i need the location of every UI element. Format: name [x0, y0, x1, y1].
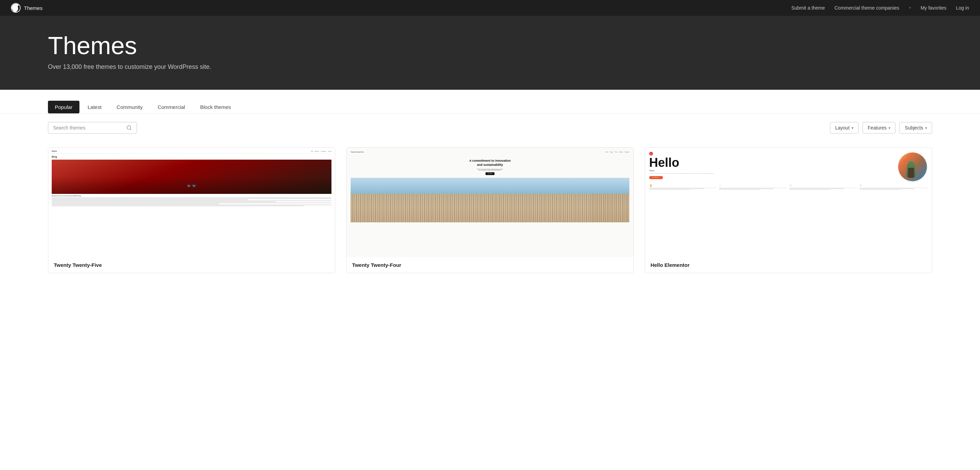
- theme-name-hello: Hello Elementor: [645, 257, 932, 273]
- theme-preview-hello: e Hello Theme I am text block. Click edi…: [645, 148, 932, 257]
- tab-block-themes[interactable]: Block themes: [193, 101, 238, 113]
- tab-popular[interactable]: Popular: [48, 101, 80, 113]
- filter-tabs-group: Popular Latest Community Commercial Bloc…: [48, 101, 932, 113]
- search-filter-row: Layout ▾ Features ▾ Subjects ▾: [0, 114, 980, 142]
- search-icon: [126, 125, 132, 131]
- layout-dropdown-label: Layout: [835, 125, 850, 131]
- theme-name-t24: Twenty Twenty-Four: [347, 257, 633, 273]
- hero-section: Themes Over 13,000 free themes to custom…: [0, 16, 980, 90]
- search-box: [48, 122, 137, 134]
- hero-subtitle: Over 13,000 free themes to customize you…: [48, 64, 932, 70]
- nav-links: Submit a theme Commercial theme companie…: [791, 5, 969, 12]
- tab-community[interactable]: Community: [110, 101, 150, 113]
- site-logo-group[interactable]: Themes: [11, 3, 43, 13]
- layout-chevron-icon: ▾: [851, 126, 853, 130]
- features-dropdown-label: Features: [868, 125, 886, 131]
- nav-login[interactable]: Log in: [956, 5, 969, 11]
- nav-submit-theme[interactable]: Submit a theme: [791, 5, 825, 11]
- theme-card-t25[interactable]: Stories BlogAbout UsOur MissionContact B…: [48, 147, 335, 273]
- subjects-dropdown-label: Subjects: [905, 125, 923, 131]
- tab-commercial[interactable]: Commercial: [151, 101, 192, 113]
- nav-site-name: Themes: [24, 5, 43, 11]
- layout-dropdown[interactable]: Layout ▾: [830, 122, 858, 134]
- theme-preview-t24: Twenty Twenty Four HomePagesPostsPattern…: [347, 148, 633, 257]
- theme-grid: Stories BlogAbout UsOur MissionContact B…: [0, 142, 980, 287]
- theme-card-hello[interactable]: e Hello Theme I am text block. Click edi…: [645, 147, 932, 273]
- features-dropdown[interactable]: Features ▾: [862, 122, 896, 134]
- subjects-chevron-icon: ▾: [925, 126, 927, 130]
- nav-commercial[interactable]: Commercial theme companies: [834, 5, 899, 11]
- theme-card-t24[interactable]: Twenty Twenty Four HomePagesPostsPattern…: [346, 147, 633, 273]
- theme-name-t25: Twenty Twenty-Five: [48, 257, 335, 273]
- nav-separator: •: [909, 5, 911, 12]
- top-navigation: Themes Submit a theme Commercial theme c…: [0, 0, 980, 16]
- subjects-dropdown[interactable]: Subjects ▾: [899, 122, 932, 134]
- filter-bar: Popular Latest Community Commercial Bloc…: [0, 90, 980, 114]
- filter-dropdowns: Layout ▾ Features ▾ Subjects ▾: [830, 122, 932, 134]
- wordpress-logo-icon: [11, 3, 21, 13]
- nav-favorites[interactable]: My favorites: [920, 5, 946, 11]
- tab-latest[interactable]: Latest: [81, 101, 108, 113]
- search-input[interactable]: [53, 125, 124, 131]
- features-chevron-icon: ▾: [889, 126, 890, 130]
- theme-preview-t25: Stories BlogAbout UsOur MissionContact B…: [48, 148, 335, 257]
- svg-point-1: [127, 126, 131, 129]
- svg-line-2: [130, 129, 131, 130]
- search-button[interactable]: [126, 125, 132, 131]
- page-title: Themes: [48, 32, 932, 59]
